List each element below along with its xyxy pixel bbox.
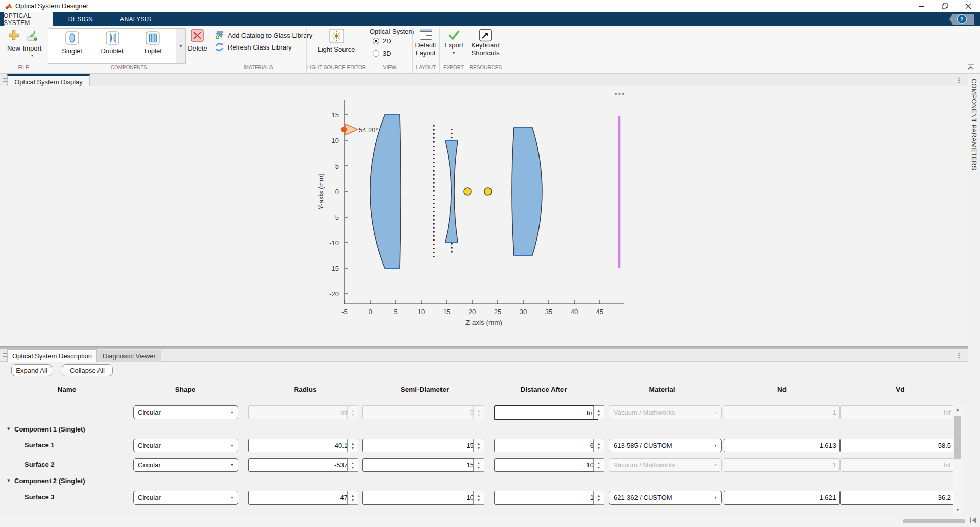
gallery-dropdown-button[interactable]: ▼ xyxy=(176,28,186,64)
semi-diameter-field[interactable]: 15 xyxy=(362,439,477,452)
radius-field[interactable]: -47 xyxy=(248,491,351,505)
default-layout-button[interactable] xyxy=(419,28,433,43)
lens-3[interactable] xyxy=(512,128,542,255)
tab-diagnostic-viewer-label: Diagnostic Viewer xyxy=(103,352,156,360)
scroll-down-icon[interactable]: ▼ xyxy=(953,508,962,512)
radius-field[interactable]: 40.1 xyxy=(248,439,351,452)
nd-field: 1 xyxy=(724,405,840,419)
tab-analysis-label: ANALYSIS xyxy=(120,16,151,23)
tab-bar-menu-icon[interactable]: ⋮ xyxy=(955,352,962,359)
triplet-lens-icon xyxy=(146,31,160,45)
new-button[interactable] xyxy=(8,30,19,43)
light-source-cone[interactable] xyxy=(346,124,358,135)
material-dropdown[interactable]: 621-362 / CUSTOM ▼ xyxy=(609,491,722,505)
tab-optical-system-display[interactable]: Optical System Display xyxy=(7,74,90,88)
collapse-triangle-icon[interactable]: ▾ xyxy=(7,425,10,432)
add-catalog-icon xyxy=(215,30,225,40)
component-parameters-strip[interactable]: COMPONENT PARAMETERS xyxy=(968,74,980,527)
surface-row-label: Surface 1 xyxy=(24,441,55,449)
radius-spinner[interactable]: ▲▼ xyxy=(347,491,358,505)
distance-after-field[interactable]: 1 xyxy=(494,491,597,505)
scrollbar-thumb[interactable] xyxy=(954,416,961,459)
default-layout-label-line1: Default xyxy=(412,41,439,49)
nd-field[interactable]: 1.621 xyxy=(724,491,840,505)
collapse-all-button[interactable]: Collapse All xyxy=(62,364,113,376)
distance-after-spinner[interactable]: ▲▼ xyxy=(593,405,604,419)
light-source-button[interactable] xyxy=(329,29,344,45)
keyboard-shortcuts-label-line2: Shortcuts xyxy=(470,49,501,57)
add-catalog-label[interactable]: Add Catalog to Glass Library xyxy=(228,32,312,39)
export-dropdown-icon[interactable]: ▼ xyxy=(449,51,458,55)
focal-point-2[interactable] xyxy=(484,188,492,195)
scroll-up-icon[interactable]: ▲ xyxy=(953,407,962,412)
shape-dropdown[interactable]: Circular ▼ xyxy=(133,491,238,505)
import-button[interactable] xyxy=(26,30,38,44)
semi-diameter-field[interactable]: 10 xyxy=(362,491,477,505)
refresh-glass-label[interactable]: Refresh Glass Library xyxy=(228,43,292,51)
add-catalog-button[interactable] xyxy=(215,30,225,42)
distance-after-field[interactable]: 10 xyxy=(494,458,597,472)
tab-design[interactable]: DESIGN xyxy=(57,12,104,26)
expand-all-button[interactable]: Expand All xyxy=(11,364,52,376)
shape-dropdown[interactable]: Circular ▼ xyxy=(133,405,238,419)
semi-diameter-spinner[interactable]: ▲▼ xyxy=(473,491,484,505)
lens-1[interactable] xyxy=(370,115,401,268)
radius-field[interactable]: -537 xyxy=(248,458,351,472)
vd-field[interactable]: 58.5 xyxy=(840,439,954,452)
ribbon-tab-bar: OPTICAL SYSTEM DESIGN ANALYSIS ? xyxy=(0,12,980,26)
distance-after-spinner[interactable]: ▲▼ xyxy=(593,439,604,452)
tab-optical-system-label: OPTICAL SYSTEM xyxy=(4,12,53,27)
shape-dropdown[interactable]: Circular ▼ xyxy=(133,439,238,452)
shape-dropdown[interactable]: Circular ▼ xyxy=(133,458,238,472)
optical-system-plot[interactable]: -5 0 5 10 15 20 25 30 35 40 45 15 10 5 0… xyxy=(0,86,968,346)
distance-after-spinner[interactable]: ▲▼ xyxy=(593,458,604,472)
collapse-triangle-icon[interactable]: ▾ xyxy=(7,477,10,484)
nd-field[interactable]: 1.613 xyxy=(724,439,840,452)
distance-after-field[interactable]: 6 xyxy=(494,439,597,452)
scrollbar-thumb[interactable] xyxy=(903,519,965,523)
radio-2d[interactable] xyxy=(373,38,379,44)
radius-spinner[interactable]: ▲▼ xyxy=(347,458,358,472)
table-vertical-scrollbar[interactable]: ▲ ▼ xyxy=(953,405,962,514)
radius-spinner[interactable]: ▲▼ xyxy=(347,439,358,452)
axes-options-icon[interactable] xyxy=(615,93,624,95)
gallery-item-singlet[interactable]: Singlet xyxy=(54,30,90,61)
tab-optical-system[interactable]: OPTICAL SYSTEM xyxy=(4,12,53,26)
tab-analysis[interactable]: ANALYSIS xyxy=(111,12,160,26)
svg-text:15: 15 xyxy=(443,308,450,316)
semi-diameter-spinner[interactable]: ▲▼ xyxy=(473,439,484,452)
component-row-label[interactable]: Component 1 (Singlet) xyxy=(14,425,85,433)
vd-field[interactable]: 36.2 xyxy=(840,491,954,505)
tab-bar-menu-icon[interactable]: ⋮ xyxy=(955,77,962,83)
gallery-item-triplet[interactable]: Triplet xyxy=(135,30,170,61)
semi-diameter-field[interactable]: 15 xyxy=(362,458,477,472)
semi-diameter-spinner[interactable]: ▲▼ xyxy=(473,458,484,472)
column-header-radius: Radius xyxy=(270,386,341,393)
minimize-button[interactable] xyxy=(912,0,931,12)
refresh-glass-button[interactable] xyxy=(215,42,224,54)
svg-text:-15: -15 xyxy=(329,265,339,272)
radio-3d[interactable] xyxy=(373,50,379,57)
material-dropdown[interactable]: 613-585 / CUSTOM ▼ xyxy=(609,439,722,452)
component-row-label[interactable]: Component 2 (Singlet) xyxy=(14,477,85,485)
horizontal-scrollbar[interactable] xyxy=(0,515,968,527)
collapse-panel-icon[interactable] xyxy=(969,517,977,524)
distance-after-field[interactable]: Inf xyxy=(494,405,598,420)
panel-grip[interactable] xyxy=(3,352,7,359)
maximize-button[interactable] xyxy=(935,0,954,12)
help-button[interactable]: ? xyxy=(949,14,974,25)
light-source-marker[interactable] xyxy=(341,127,347,132)
delete-button[interactable] xyxy=(191,29,204,44)
focal-point-1[interactable] xyxy=(464,188,471,195)
component-parameters-strip-label: COMPONENT PARAMETERS xyxy=(970,79,977,171)
bottom-tab-bar: Optical System Description Diagnostic Vi… xyxy=(0,349,968,362)
tab-optical-system-description[interactable]: Optical System Description xyxy=(7,349,97,362)
tab-diagnostic-viewer[interactable]: Diagnostic Viewer xyxy=(97,350,161,362)
gallery-item-doublet[interactable]: Doublet xyxy=(94,30,130,61)
lens-2[interactable] xyxy=(445,140,458,243)
distance-after-spinner[interactable]: ▲▼ xyxy=(593,491,604,505)
collapse-ribbon-button[interactable] xyxy=(967,64,977,73)
import-dropdown-icon[interactable]: ▼ xyxy=(28,54,37,57)
material-dropdown: Vacuum / Mathworks ▼ xyxy=(609,458,722,472)
close-button[interactable] xyxy=(959,0,978,12)
